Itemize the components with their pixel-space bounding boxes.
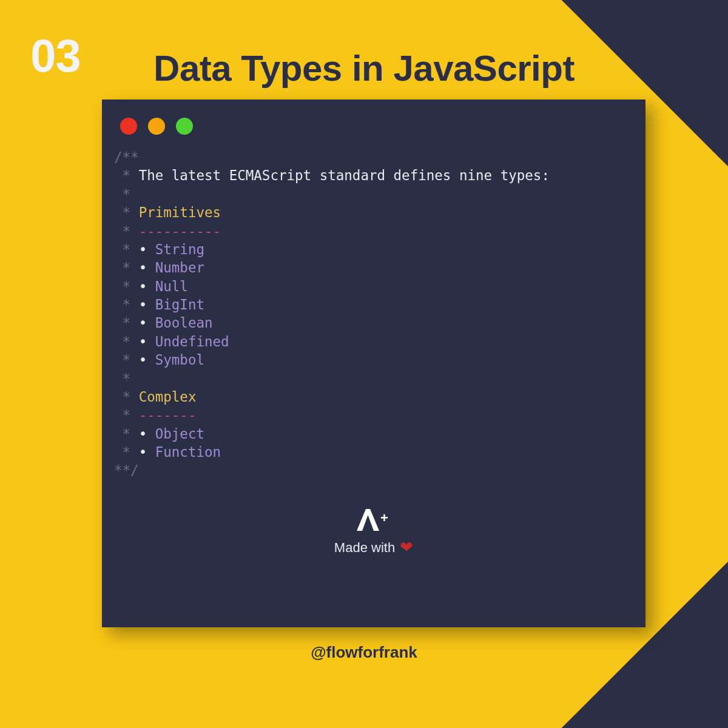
type-item: Object	[155, 426, 204, 442]
window-traffic-lights	[102, 99, 645, 144]
social-handle: @flowforfrank	[0, 643, 728, 662]
page-title: Data Types in JavaScript	[0, 47, 728, 89]
maximize-icon	[176, 118, 193, 135]
comment-close: **/	[114, 462, 139, 478]
close-icon	[120, 118, 137, 135]
type-item: Null	[155, 278, 188, 294]
type-item: Boolean	[155, 315, 213, 331]
type-item: String	[155, 241, 204, 257]
section-primitives-label: Primitives	[139, 204, 221, 220]
minimize-icon	[148, 118, 165, 135]
made-with-label: Made with ❤	[334, 538, 413, 557]
heart-icon: ❤	[400, 538, 413, 557]
section-complex-label: Complex	[139, 389, 197, 405]
type-item: Number	[155, 260, 204, 275]
section-primitives-underline: ----------	[139, 223, 221, 239]
code-block: /** * The latest ECMAScript standard def…	[102, 144, 645, 484]
type-item: Undefined	[155, 334, 229, 349]
type-item: Function	[155, 444, 221, 460]
footer-block: + Made with ❤	[102, 508, 645, 557]
code-window: /** * The latest ECMAScript standard def…	[102, 99, 645, 627]
code-intro: The latest ECMAScript standard defines n…	[139, 167, 550, 183]
type-item: Symbol	[155, 352, 204, 368]
type-item: BigInt	[155, 297, 204, 312]
svg-text:+: +	[380, 510, 388, 525]
comment-open: /**	[114, 149, 139, 165]
section-complex-underline: -------	[139, 407, 197, 423]
logo-icon: +	[356, 508, 392, 532]
